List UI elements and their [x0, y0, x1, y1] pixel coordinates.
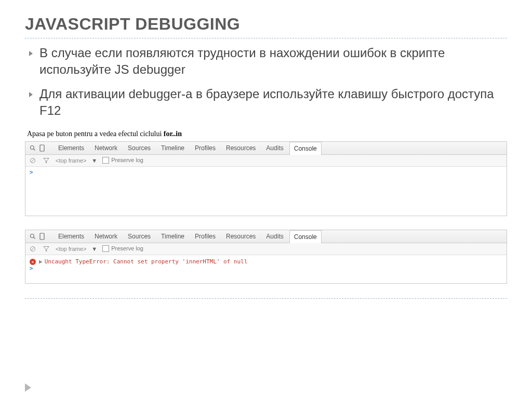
tab-elements[interactable]: Elements	[54, 141, 89, 154]
chevron-down-icon[interactable]: ▼	[91, 157, 97, 164]
filter-icon[interactable]	[42, 246, 50, 252]
next-slide-icon[interactable]	[25, 383, 31, 392]
console-toolbar: <top frame> ▼ Preserve log	[25, 243, 507, 255]
divider-top	[25, 38, 507, 38]
svg-line-10	[31, 247, 34, 250]
clear-icon[interactable]	[29, 246, 37, 252]
tab-profiles[interactable]: Profiles	[190, 230, 220, 243]
console-output[interactable]: ✕ ▶Uncaught TypeError: Cannot set proper…	[25, 255, 507, 283]
preserve-log-toggle[interactable]: Preserve log	[102, 245, 143, 252]
preserve-log-toggle[interactable]: Preserve log	[102, 157, 143, 164]
svg-line-4	[31, 159, 34, 162]
slide: JAVASCRIPT DEBUGGING В случае если появл…	[0, 0, 532, 399]
clear-icon[interactable]	[29, 157, 37, 164]
tab-sources[interactable]: Sources	[123, 141, 155, 154]
tab-resources[interactable]: Resources	[221, 141, 260, 154]
page-text: Apasa pe buton pentru a vedea efectul ci…	[27, 130, 507, 138]
chevron-down-icon[interactable]: ▼	[91, 246, 97, 252]
frame-selector[interactable]: <top frame>	[56, 157, 86, 164]
console-prompt: >	[30, 265, 33, 272]
tab-timeline[interactable]: Timeline	[156, 141, 189, 154]
device-icon[interactable]	[38, 144, 46, 152]
page-text-prefix: Apasa pe buton pentru a vedea efectul ci…	[27, 130, 164, 138]
slide-title: JAVASCRIPT DEBUGGING	[25, 15, 507, 34]
console-output[interactable]: >	[25, 167, 507, 216]
divider-bottom	[25, 298, 507, 299]
tab-resources[interactable]: Resources	[221, 230, 260, 243]
console-toolbar: <top frame> ▼ Preserve log	[25, 155, 507, 167]
console-error-text: ▶Uncaught TypeError: Cannot set property…	[39, 258, 247, 265]
tab-timeline[interactable]: Timeline	[156, 230, 189, 243]
svg-rect-2	[40, 145, 44, 151]
svg-marker-5	[44, 158, 49, 163]
devtools-tabbar: Elements Network Sources Timeline Profil…	[25, 230, 507, 243]
svg-point-0	[31, 145, 34, 149]
devtools-tabbar: Elements Network Sources Timeline Profil…	[25, 142, 507, 155]
svg-line-1	[34, 149, 35, 150]
svg-point-6	[31, 234, 34, 237]
svg-rect-8	[40, 233, 44, 240]
console-prompt: >	[30, 169, 33, 176]
bullet-item: Для активации debugger-а в браузере испо…	[25, 86, 507, 119]
checkbox-icon	[102, 157, 109, 164]
frame-selector[interactable]: <top frame>	[56, 246, 86, 252]
devtools-panel-2: Elements Network Sources Timeline Profil…	[25, 230, 507, 284]
svg-marker-11	[44, 246, 49, 251]
tab-network[interactable]: Network	[90, 141, 122, 154]
tab-sources[interactable]: Sources	[123, 230, 155, 243]
console-error-row[interactable]: ✕ ▶Uncaught TypeError: Cannot set proper…	[30, 258, 502, 265]
expand-icon[interactable]: ▶	[39, 258, 43, 265]
tab-audits[interactable]: Audits	[261, 141, 288, 154]
preserve-log-label: Preserve log	[111, 245, 143, 251]
page-text-bold: for..in	[164, 130, 182, 138]
tab-console[interactable]: Console	[289, 142, 322, 155]
device-icon[interactable]	[38, 233, 46, 240]
tab-profiles[interactable]: Profiles	[190, 141, 220, 154]
bullet-item: В случае если появляются трудности в нах…	[25, 45, 507, 78]
tab-console[interactable]: Console	[289, 230, 322, 243]
bullet-list: В случае если появляются трудности в нах…	[25, 45, 507, 119]
checkbox-icon	[102, 245, 109, 252]
filter-icon[interactable]	[42, 157, 50, 164]
tab-audits[interactable]: Audits	[261, 230, 288, 243]
svg-line-7	[34, 237, 35, 238]
search-icon[interactable]	[29, 233, 37, 240]
search-icon[interactable]	[29, 145, 37, 151]
preserve-log-label: Preserve log	[111, 157, 143, 163]
devtools-panel-1: Elements Network Sources Timeline Profil…	[25, 141, 507, 216]
tab-network[interactable]: Network	[90, 230, 122, 243]
error-icon: ✕	[30, 259, 36, 265]
tab-elements[interactable]: Elements	[54, 230, 89, 243]
